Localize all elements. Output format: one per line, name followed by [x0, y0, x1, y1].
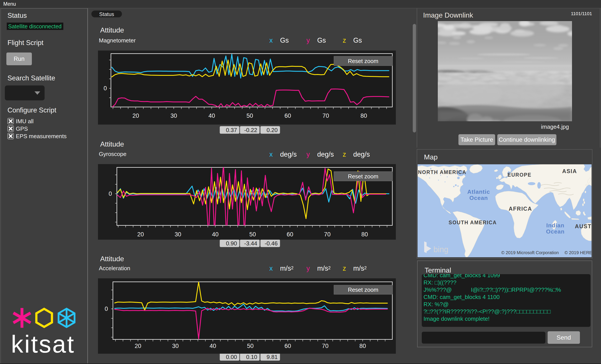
svg-text:Reset zoom: Reset zoom: [348, 286, 379, 293]
svg-text:60: 60: [284, 343, 291, 349]
svg-text:© 2019 Microsoft Corporation: © 2019 Microsoft Corporation: [501, 250, 559, 255]
svg-text:© 2019 HERE: © 2019 HERE: [565, 250, 591, 255]
svg-text:50: 50: [247, 343, 253, 349]
svg-text:0: 0: [105, 305, 108, 312]
svg-text:40: 40: [210, 343, 216, 349]
svg-text:80: 80: [361, 112, 367, 119]
svg-text:30: 30: [170, 112, 177, 119]
svg-text:AUST: AUST: [575, 223, 591, 229]
svg-text:ASIA: ASIA: [562, 168, 577, 174]
svg-text:Reset zoom: Reset zoom: [348, 58, 379, 64]
svg-text:70: 70: [324, 231, 331, 238]
svg-text:bing: bing: [433, 245, 448, 254]
svg-text:SOUTH AMERICA: SOUTH AMERICA: [449, 220, 497, 225]
svg-text:50: 50: [246, 112, 253, 119]
svg-text:Atlantic: Atlantic: [467, 189, 490, 195]
svg-text:EUROPE: EUROPE: [507, 172, 531, 178]
svg-text:40: 40: [212, 231, 219, 238]
svg-text:30: 30: [172, 343, 179, 349]
svg-text:0: 0: [109, 191, 112, 197]
svg-text:80: 80: [359, 343, 366, 349]
svg-text:80: 80: [361, 231, 368, 238]
svg-text:70: 70: [322, 112, 329, 119]
svg-text:20: 20: [135, 343, 141, 349]
svg-text:60: 60: [284, 112, 291, 119]
svg-text:AFRICA: AFRICA: [509, 206, 532, 212]
svg-text:Reset zoom: Reset zoom: [348, 173, 379, 180]
svg-text:Ocean: Ocean: [546, 228, 565, 235]
svg-text:20: 20: [137, 231, 144, 238]
svg-text:50: 50: [249, 231, 256, 238]
svg-text:Indian: Indian: [546, 222, 565, 229]
svg-text:20: 20: [132, 112, 139, 119]
svg-text:40: 40: [209, 112, 215, 119]
svg-text:30: 30: [175, 231, 181, 238]
svg-text:Ocean: Ocean: [470, 195, 488, 201]
svg-text:NORTH AMERICA: NORTH AMERICA: [418, 169, 467, 175]
svg-text:60: 60: [287, 231, 293, 238]
svg-text:0: 0: [103, 85, 107, 91]
svg-text:70: 70: [322, 343, 328, 349]
